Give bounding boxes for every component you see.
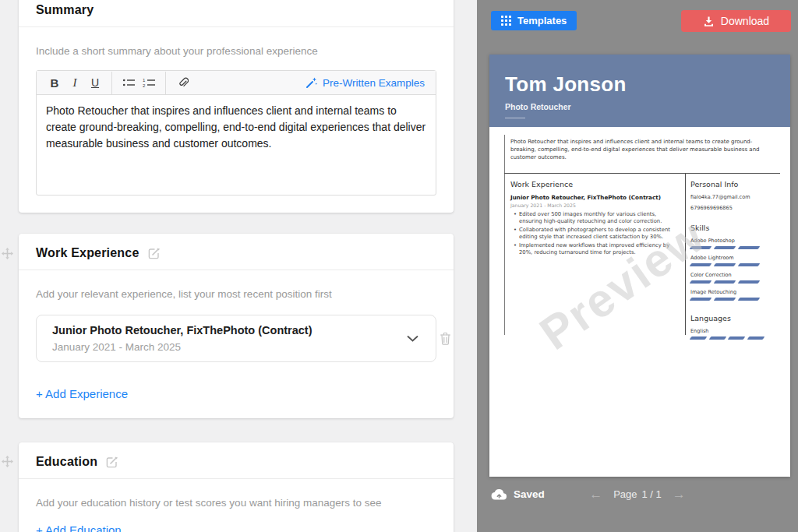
move-icon — [2, 248, 13, 259]
resume-email: fialo4ka.77@gmail.com — [690, 194, 782, 200]
resume-summary-divider — [504, 173, 780, 174]
skill-bar-segment — [690, 298, 712, 301]
chevron-down-icon[interactable] — [407, 335, 418, 342]
numbered-list-button[interactable]: 12 — [139, 73, 159, 92]
resume-skill-bars — [690, 246, 782, 249]
summary-text-input[interactable]: Photo Retoucher that inspires and influe… — [37, 95, 436, 195]
prewritten-examples-label: Pre-Written Examples — [323, 77, 425, 89]
editor-panel: Summary Include a short summary about yo… — [0, 0, 477, 532]
skill-bar-segment — [690, 263, 712, 266]
page-label: Page — [613, 488, 637, 500]
skill-bar-segment — [738, 280, 761, 284]
resume-header: Tom Jonson Photo Retoucher — [489, 55, 790, 127]
education-section-drag-handle[interactable] — [2, 456, 13, 467]
prewritten-examples-button[interactable]: Pre-Written Examples — [305, 76, 428, 89]
link-icon — [177, 77, 189, 89]
resume-bullet: Implemented new workflows that improved … — [519, 242, 676, 256]
resume-skill-bars — [690, 336, 782, 340]
resume-preview-page[interactable]: Tom Jonson Photo Retoucher Photo Retouch… — [489, 55, 790, 477]
trash-icon[interactable] — [440, 332, 451, 346]
underline-button[interactable]: U — [85, 73, 105, 92]
download-button-label: Download — [721, 15, 769, 27]
add-experience-button[interactable]: + Add Experience — [36, 387, 128, 400]
resume-work-bullets: Edited over 500 images monthly for vario… — [510, 211, 676, 256]
templates-button[interactable]: Templates — [491, 11, 577, 30]
resume-skill-name: English — [690, 328, 782, 334]
resume-skill-name: Adobe Photoshop — [690, 238, 782, 244]
resume-left-column: Work Experience Junior Photo Retoucher, … — [510, 180, 676, 258]
resume-left-rule — [504, 135, 505, 335]
download-button[interactable]: Download — [681, 10, 791, 32]
education-hint: Add your education history or test score… — [36, 496, 436, 509]
summary-hint: Include a short summary about your profe… — [36, 44, 436, 58]
resume-work-job-title: Junior Photo Retoucher, FixThePhoto (Con… — [510, 194, 676, 201]
next-page-arrow[interactable]: → — [673, 488, 686, 501]
page-indicator: Page 1 / 1 — [613, 488, 662, 500]
templates-button-label: Templates — [517, 15, 567, 26]
bullet-list-icon — [122, 77, 136, 88]
experience-item-title: Junior Photo Retoucher, FixThePhoto (Con… — [52, 324, 401, 336]
templates-grid-icon — [501, 16, 511, 26]
magic-wand-icon — [305, 76, 318, 89]
svg-text:1: 1 — [143, 78, 146, 83]
summary-editor: B I U 12 — [36, 70, 436, 196]
experience-item-dates: January 2021 - March 2025 — [52, 341, 401, 353]
resume-skill-item: Adobe Lightroom — [690, 255, 782, 266]
skill-bar-segment — [690, 246, 712, 249]
page-value: 1 / 1 — [642, 488, 662, 500]
resume-skill-bars — [690, 263, 782, 266]
skill-bar-segment — [747, 336, 764, 340]
preview-panel: Templates Download Tom Jonson Photo Reto… — [477, 0, 798, 532]
edit-pencil-icon[interactable] — [105, 456, 118, 469]
resume-builder-app: Summary Include a short summary about yo… — [0, 0, 798, 532]
education-section-body: Add your education history or test score… — [19, 496, 454, 532]
skill-bar-segment — [714, 246, 736, 249]
skill-bar-segment — [714, 263, 736, 266]
resume-bullet: Edited over 500 images monthly for vario… — [519, 211, 676, 225]
bullet-list-button[interactable] — [118, 73, 139, 92]
resume-languages-list: English — [690, 328, 782, 340]
prev-page-arrow[interactable]: ← — [589, 488, 602, 501]
toolbar-separator — [165, 72, 166, 94]
skill-bar-segment — [738, 246, 761, 249]
skill-bar-segment — [738, 298, 761, 301]
italic-button[interactable]: I — [65, 73, 85, 92]
summary-title: Summary — [36, 3, 94, 17]
work-hint: Add your relevant experience, list your … — [36, 287, 436, 301]
resume-right-column: Personal Info fialo4ka.77@gmail.com 6796… — [690, 180, 782, 345]
resume-skill-bars — [690, 280, 782, 284]
skill-bar-segment — [708, 336, 726, 340]
experience-item-wrap: Junior Photo Retoucher, FixThePhoto (Con… — [36, 315, 436, 362]
resume-work-heading: Work Experience — [510, 180, 676, 188]
bold-button[interactable]: B — [44, 73, 65, 92]
resume-skill-item: Color Correction — [690, 272, 782, 284]
link-button[interactable] — [172, 73, 192, 92]
preview-statusbar: Saved ← Page 1 / 1 → — [477, 477, 798, 511]
svg-text:2: 2 — [143, 83, 146, 88]
job-title-underline — [505, 118, 525, 118]
resume-skill-bars — [690, 298, 782, 301]
resume-skill-name: Color Correction — [690, 272, 782, 278]
education-section-title: Education — [36, 455, 97, 469]
experience-item[interactable]: Junior Photo Retoucher, FixThePhoto (Con… — [36, 315, 436, 362]
resume-skill-item: Image Retouching — [690, 289, 782, 301]
summary-section: Summary Include a short summary about yo… — [19, 0, 454, 213]
resume-skills-list: Adobe PhotoshopAdobe LightroomColor Corr… — [690, 238, 782, 301]
skill-bar-segment — [714, 280, 736, 284]
work-section-header: Work Experience — [19, 234, 454, 270]
summary-section-header: Summary — [19, 0, 454, 27]
skill-bar-segment — [714, 298, 736, 301]
add-education-button[interactable]: + Add Education — [36, 523, 122, 532]
resume-name: Tom Jonson — [505, 55, 790, 97]
resume-skills-heading: Skills — [690, 224, 782, 232]
skill-bar-segment — [690, 280, 712, 284]
skill-bar-segment — [690, 336, 707, 340]
resume-skill-name: Image Retouching — [690, 289, 782, 295]
toolbar-separator — [111, 72, 112, 94]
work-section-drag-handle[interactable] — [2, 248, 13, 259]
resume-skill-name: Adobe Lightroom — [690, 255, 782, 261]
resume-skill-item: English — [690, 328, 782, 340]
work-section-title: Work Experience — [36, 246, 139, 260]
education-section: Education Add your education history or … — [19, 442, 454, 532]
edit-pencil-icon[interactable] — [147, 247, 161, 260]
